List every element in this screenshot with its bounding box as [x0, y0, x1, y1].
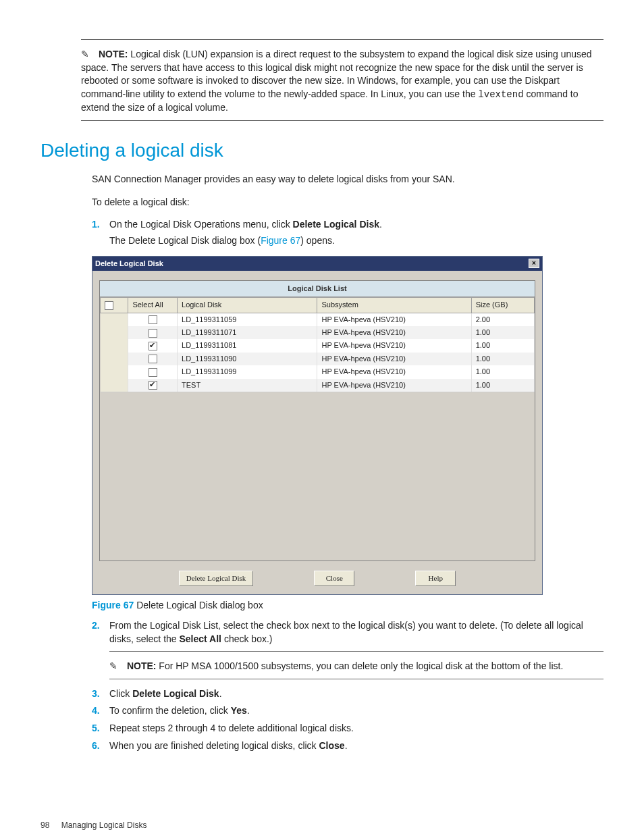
table-row[interactable]: LD_1199311081HP EVA-hpeva (HSV210)1.00 — [101, 339, 535, 352]
chapter-title: Managing Logical Disks — [61, 820, 147, 830]
cell-logical-disk: LD_1199311090 — [178, 353, 317, 365]
table-row[interactable]: TESTHP EVA-hpeva (HSV210)1.00 — [101, 379, 535, 392]
dialog-title: Delete Logical Disk — [95, 259, 163, 269]
note-icon: ✎ — [81, 48, 92, 61]
lead-text: To delete a logical disk: — [92, 196, 603, 209]
cell-logical-disk: LD_1199311099 — [178, 365, 317, 378]
table-row[interactable]: LD_1199311090HP EVA-hpeva (HSV210)1.00 — [101, 353, 535, 365]
table-row[interactable]: LD_1199311099HP EVA-hpeva (HSV210)1.00 — [101, 365, 535, 378]
header-checkbox-col — [101, 298, 128, 313]
table-empty-area — [100, 392, 535, 561]
figure-text: Delete Logical Disk dialog box — [134, 600, 263, 610]
header-size[interactable]: Size (GB) — [471, 298, 534, 313]
cell-subsystem: HP EVA-hpeva (HSV210) — [317, 379, 471, 392]
step-number: 2. — [92, 619, 100, 633]
cell-subsystem: HP EVA-hpeva (HSV210) — [317, 365, 471, 378]
logical-disk-table: Select All Logical Disk Subsystem Size (… — [100, 297, 535, 392]
row-checkbox[interactable] — [149, 342, 157, 350]
step-5: 5. Repeat steps 2 through 4 to delete ad… — [92, 722, 603, 735]
intro-text: SAN Connection Manager provides an easy … — [92, 173, 603, 186]
note-code: lvextend — [478, 89, 523, 100]
close-icon[interactable]: × — [529, 259, 539, 268]
row-checkbox[interactable] — [149, 368, 157, 377]
step-2: 2. From the Logical Disk List, select th… — [92, 619, 603, 646]
figure-link[interactable]: Figure 67 — [261, 235, 300, 246]
cell-size: 1.00 — [471, 353, 534, 365]
figure-caption: Figure 67 Delete Logical Disk dialog box — [92, 599, 603, 613]
delete-logical-disk-dialog: Delete Logical Disk × Logical Disk List … — [92, 256, 543, 596]
note-body: NOTE: For HP MSA 1000/1500 subsystems, y… — [127, 660, 563, 671]
step-3: 3. Click Delete Logical Disk. — [92, 687, 603, 701]
row-checkbox[interactable] — [149, 329, 157, 338]
header-logical-disk[interactable]: Logical Disk — [178, 298, 317, 313]
row-checkbox[interactable] — [149, 355, 157, 363]
section-heading: Deleting a logical disk — [41, 137, 603, 163]
cell-size: 1.00 — [471, 379, 534, 392]
cell-subsystem: HP EVA-hpeva (HSV210) — [317, 353, 471, 365]
note-icon: ✎ — [109, 660, 120, 673]
cell-logical-disk: TEST — [178, 379, 317, 392]
note-label: NOTE: — [127, 660, 157, 671]
step-number: 1. — [92, 218, 100, 232]
cell-subsystem: HP EVA-hpeva (HSV210) — [317, 326, 471, 339]
cell-size: 1.00 — [471, 365, 534, 378]
delete-logical-disk-button[interactable]: Delete Logical Disk — [179, 571, 254, 586]
select-all-checkbox[interactable] — [105, 301, 113, 310]
list-title: Logical Disk List — [100, 281, 535, 297]
note-body: NOTE: Logical disk (LUN) expansion is a … — [81, 49, 592, 113]
page-number: 98 — [41, 820, 49, 831]
row-checkbox[interactable] — [149, 381, 157, 390]
step-4: 4. To confirm the deletion, click Yes. — [92, 704, 603, 718]
cell-logical-disk: LD_1199311071 — [178, 326, 317, 339]
note-label: NOTE: — [99, 49, 128, 59]
step-1: 1. On the Logical Disk Operations menu, … — [92, 218, 603, 247]
table-row[interactable]: LD_1199311059HP EVA-hpeva (HSV210)2.00 — [101, 313, 535, 326]
help-button[interactable]: Help — [415, 571, 456, 586]
cell-logical-disk: LD_1199311081 — [178, 339, 317, 352]
row-checkbox[interactable] — [149, 315, 157, 324]
page-footer: 98 Managing Logical Disks — [41, 820, 603, 831]
note-text: For HP MSA 1000/1500 subsystems, you can… — [159, 660, 563, 671]
figure-label: Figure 67 — [92, 600, 134, 610]
cell-size: 1.00 — [471, 339, 534, 352]
cell-size: 2.00 — [471, 313, 534, 326]
close-button[interactable]: Close — [314, 571, 354, 586]
step-6: 6. When you are finished deleting logica… — [92, 739, 603, 753]
header-select-all[interactable]: Select All — [128, 298, 178, 313]
header-subsystem[interactable]: Subsystem — [317, 298, 471, 313]
cell-subsystem: HP EVA-hpeva (HSV210) — [317, 339, 471, 352]
step-text: On the Logical Disk Operations menu, cli… — [109, 219, 293, 230]
cell-logical-disk: LD_1199311059 — [178, 313, 317, 326]
cell-size: 1.00 — [471, 326, 534, 339]
cell-subsystem: HP EVA-hpeva (HSV210) — [317, 313, 471, 326]
table-row[interactable]: LD_1199311071HP EVA-hpeva (HSV210)1.00 — [101, 326, 535, 339]
step-bold: Delete Logical Disk — [293, 219, 379, 230]
